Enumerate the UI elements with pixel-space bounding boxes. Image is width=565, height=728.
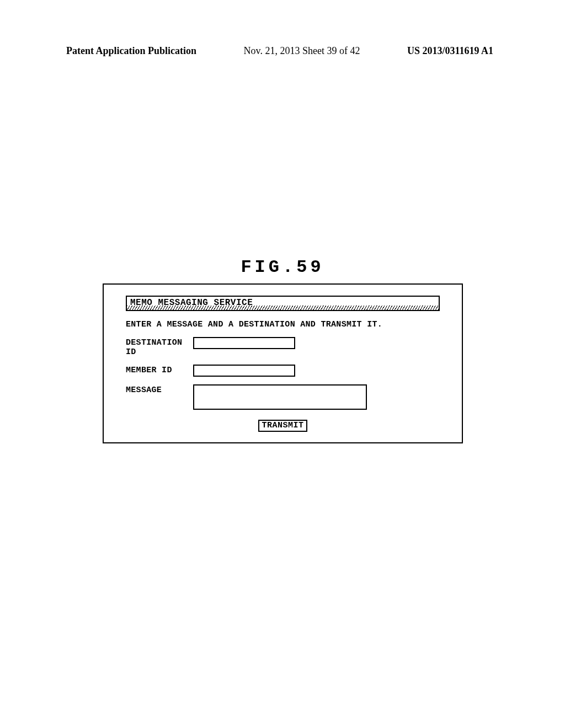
member-id-row: MEMBER ID: [126, 365, 440, 377]
transmit-button[interactable]: TRANSMIT: [258, 420, 307, 432]
destination-id-row: DESTINATION ID: [126, 337, 440, 357]
message-input[interactable]: [193, 384, 367, 410]
destination-id-label: DESTINATION ID: [126, 337, 193, 357]
header-publication: Patent Application Publication: [66, 45, 196, 57]
dialog-title-bar: MEMO MESSAGING SERVICE: [126, 296, 440, 311]
member-id-label: MEMBER ID: [126, 365, 193, 375]
instruction-text: ENTER A MESSAGE AND A DESTINATION AND TR…: [126, 320, 440, 329]
button-row: TRANSMIT: [126, 420, 440, 432]
message-label: MESSAGE: [126, 384, 193, 395]
header-patent-number: US 2013/0311619 A1: [407, 45, 493, 57]
page-header: Patent Application Publication Nov. 21, …: [0, 45, 565, 57]
header-date-sheet: Nov. 21, 2013 Sheet 39 of 42: [244, 45, 360, 57]
message-row: MESSAGE: [126, 384, 440, 410]
memo-messaging-dialog: MEMO MESSAGING SERVICE ENTER A MESSAGE A…: [103, 283, 463, 443]
title-hatch-decoration: [127, 306, 439, 310]
member-id-input[interactable]: [193, 365, 295, 377]
destination-id-input[interactable]: [193, 337, 295, 349]
figure-label: FIG.59: [0, 257, 565, 277]
